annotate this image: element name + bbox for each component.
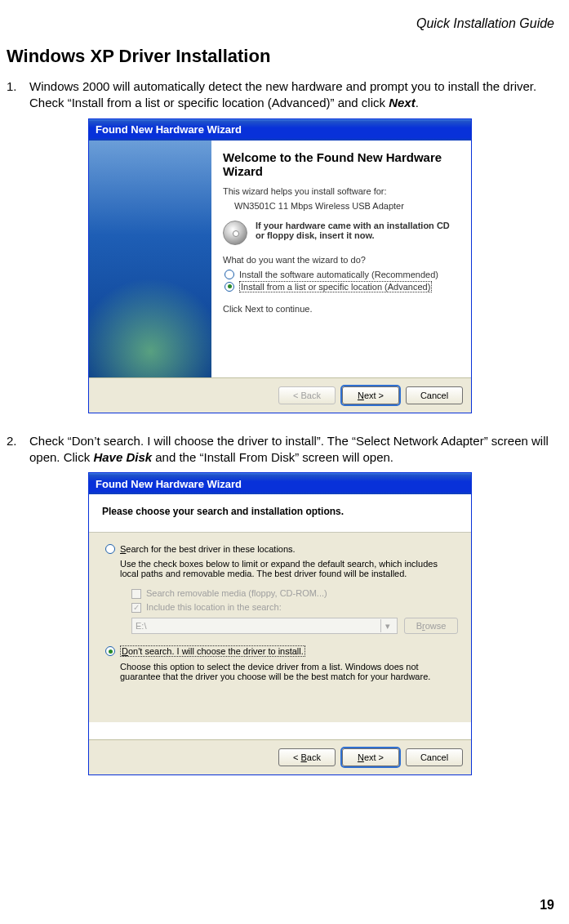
cancel-button[interactable]: Cancel: [406, 748, 463, 766]
button-label: Next >: [358, 391, 384, 400]
wizard-body: Welcome to the Found New Hardware Wizard…: [89, 141, 471, 377]
button-label: Cancel: [420, 391, 448, 400]
option-search[interactable]: Search for the best driver in these loca…: [105, 544, 458, 554]
found-new-hardware-wizard-1: Found New Hardware Wizard Welcome to the…: [88, 118, 472, 413]
path-row: E:\ ▾ Browse: [131, 618, 458, 634]
option-search-desc: Use the check boxes below to limit or ex…: [120, 559, 458, 578]
wizard-banner-image: [89, 141, 211, 377]
button-row: < Back Next > Cancel: [89, 739, 471, 774]
wizard-content: Welcome to the Found New Hardware Wizard…: [211, 141, 471, 377]
page-number: 19: [540, 898, 554, 913]
step-2: 2. Check “Don’t search. I will choose th…: [7, 433, 554, 466]
back-button[interactable]: < Back: [278, 748, 336, 766]
step-1: 1. Windows 2000 will automatically detec…: [7, 78, 554, 112]
option-dont-search-desc: Choose this option to select the device …: [120, 662, 458, 681]
device-name: WN3501C 11 Mbps Wireless USB Adapter: [234, 201, 460, 211]
option-label: Install the software automatically (Reco…: [239, 270, 438, 279]
wizard-2-figure: Found New Hardware Wizard Please choose …: [88, 472, 554, 775]
option-auto[interactable]: Install the software automatically (Reco…: [224, 270, 460, 279]
option-advanced[interactable]: Install from a list or specific location…: [224, 281, 460, 292]
wizard-intro: This wizard helps you install software f…: [223, 186, 460, 196]
wizard-continue-text: Click Next to continue.: [223, 304, 460, 314]
button-row: < Back Next > Cancel: [89, 377, 471, 413]
radio-icon: [105, 646, 115, 656]
option-label: Don't search. I will choose the driver t…: [120, 645, 305, 657]
step-body: Windows 2000 will automatically detect t…: [29, 78, 554, 112]
section-title: Windows XP Driver Installation: [7, 46, 554, 67]
button-label: < Back: [293, 752, 321, 762]
button-label: Next >: [358, 752, 384, 762]
step-body: Check “Don’t search. I will choose the d…: [29, 433, 554, 466]
cd-text: If your hardware came with an installati…: [256, 221, 460, 245]
titlebar-text: Found New Hardware Wizard: [96, 123, 242, 136]
next-button[interactable]: Next >: [342, 748, 399, 766]
step-number: 1.: [7, 78, 29, 112]
wizard-question: What do you want the wizard to do?: [223, 255, 460, 265]
running-header: Quick Installation Guide: [7, 16, 554, 31]
back-button: < Back: [278, 386, 336, 404]
cancel-button[interactable]: Cancel: [406, 386, 463, 404]
wizard-body: Please choose your search and installati…: [89, 494, 471, 739]
wizard-heading: Welcome to the Found New Hardware Wizard: [223, 150, 460, 178]
wizard-heading: Please choose your search and installati…: [89, 494, 471, 533]
page: Quick Installation Guide Windows XP Driv…: [0, 0, 569, 924]
cd-icon: [223, 221, 247, 245]
wizard-content: Search for the best driver in these loca…: [89, 533, 471, 722]
option-dont-search[interactable]: Don't search. I will choose the driver t…: [105, 645, 458, 657]
path-combobox: E:\ ▾: [131, 618, 398, 634]
button-label: Cancel: [420, 752, 448, 762]
cd-hint: If your hardware came with an installati…: [223, 221, 460, 245]
step-text-after: and the “Install From Disk” screen will …: [152, 450, 393, 464]
wizard-1-figure: Found New Hardware Wizard Welcome to the…: [88, 118, 554, 413]
browse-button: Browse: [404, 618, 458, 634]
step-number: 2.: [7, 433, 29, 466]
titlebar[interactable]: Found New Hardware Wizard: [89, 473, 471, 494]
step-text-after: .: [416, 96, 419, 109]
next-button[interactable]: Next >: [342, 386, 399, 404]
found-new-hardware-wizard-2: Found New Hardware Wizard Please choose …: [88, 472, 472, 775]
search-suboptions: Search removable media (floppy, CD-ROM..…: [131, 588, 458, 634]
search-removable-checkbox: Search removable media (floppy, CD-ROM..…: [131, 588, 458, 599]
button-label: Browse: [416, 621, 447, 631]
step-emph: Next: [389, 96, 416, 109]
step-emph: Have Disk: [93, 450, 152, 464]
checkbox-label: Search removable media (floppy, CD-ROM..…: [146, 588, 327, 598]
chevron-down-icon: ▾: [380, 619, 393, 632]
checkbox-label: Include this location in the search:: [146, 602, 282, 612]
checkbox-icon: [131, 603, 141, 613]
path-value: E:\: [136, 621, 146, 631]
titlebar[interactable]: Found New Hardware Wizard: [89, 119, 471, 141]
option-label: Search for the best driver in these loca…: [120, 544, 296, 554]
radio-icon: [105, 544, 115, 554]
titlebar-text: Found New Hardware Wizard: [96, 478, 242, 490]
step-text: Windows 2000 will automatically detect t…: [29, 79, 536, 109]
option-label: Install from a list or specific location…: [239, 281, 432, 292]
radio-icon: [224, 270, 234, 279]
include-location-checkbox: Include this location in the search:: [131, 602, 458, 613]
checkbox-icon: [131, 589, 141, 599]
radio-icon: [224, 282, 234, 292]
button-label: < Back: [293, 391, 321, 400]
